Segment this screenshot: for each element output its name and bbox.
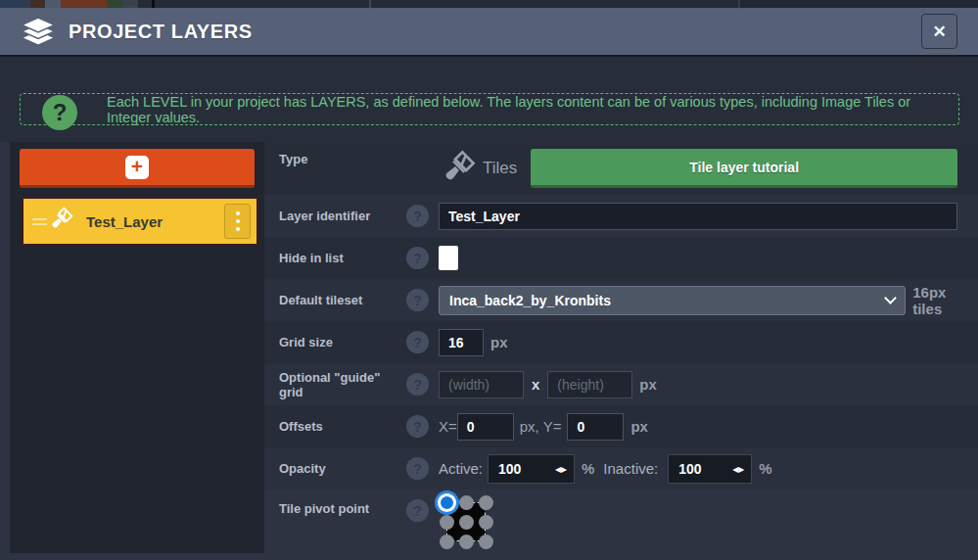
- pivot-point[interactable]: [479, 495, 493, 510]
- offset-x-input[interactable]: [457, 413, 514, 441]
- help-badge-icon[interactable]: ?: [406, 331, 429, 353]
- grid-size-label: Grid size: [279, 335, 406, 350]
- opacity-label: Opacity: [279, 461, 406, 476]
- close-button[interactable]: ✕: [921, 14, 957, 49]
- offsets-unit: px: [630, 418, 648, 435]
- opacity-active-label: Active:: [439, 460, 483, 477]
- guide-height-input[interactable]: [547, 371, 632, 398]
- help-badge-icon[interactable]: ?: [406, 415, 429, 438]
- layer-list-item-selected[interactable]: Test_Layer: [22, 197, 258, 246]
- pivot-label: Tile pivot point: [279, 494, 406, 516]
- type-label: Type: [279, 149, 439, 166]
- help-icon: ?: [42, 95, 77, 130]
- grid-size-unit: px: [490, 334, 508, 350]
- info-banner: ? Each LEVEL in your project has LAYERS,…: [20, 93, 959, 125]
- pivot-point[interactable]: [440, 515, 454, 530]
- row-opacity: Opacity ? Active: 100 ◂▸ % Inactive: 100…: [264, 447, 978, 490]
- window-header: PROJECT LAYERS ✕: [0, 8, 978, 57]
- row-hide-in-list: Hide in list ?: [264, 237, 978, 279]
- guide-grid-unit: px: [639, 376, 657, 393]
- help-badge-icon[interactable]: ?: [406, 499, 429, 522]
- help-badge-icon[interactable]: ?: [406, 247, 429, 269]
- opacity-inactive-unit: %: [759, 460, 771, 477]
- stepper-arrows-icon[interactable]: ◂▸: [732, 462, 744, 476]
- row-type: Type Tiles Tile layer tutorial: [264, 142, 978, 195]
- offset-y-input[interactable]: [567, 413, 624, 441]
- layer-context-menu-button[interactable]: [224, 204, 251, 239]
- guide-width-input[interactable]: [439, 371, 524, 398]
- default-tileset-select[interactable]: Inca_back2_by_Kronbits: [439, 286, 906, 315]
- tileset-label: Default tileset: [279, 293, 406, 307]
- plus-icon: +: [125, 156, 149, 179]
- help-badge-icon[interactable]: ?: [406, 289, 429, 311]
- pivot-point[interactable]: [459, 515, 474, 530]
- hide-label: Hide in list: [279, 251, 406, 265]
- row-grid-size: Grid size ? px: [264, 321, 978, 363]
- identifier-label: Layer identifier: [279, 209, 406, 223]
- page-title: PROJECT LAYERS: [69, 21, 921, 43]
- tileset-size-text: 16px tiles: [912, 284, 978, 317]
- layer-item-label: Test_Layer: [86, 213, 224, 230]
- type-value: Tiles: [439, 149, 517, 188]
- opacity-active-unit: %: [582, 460, 594, 477]
- help-badge-icon[interactable]: ?: [406, 457, 429, 480]
- guide-grid-label: Optional "guide" grid: [279, 370, 406, 399]
- help-badge-icon[interactable]: ?: [406, 373, 429, 396]
- pivot-point[interactable]: [459, 535, 474, 549]
- pivot-point-selected[interactable]: [438, 493, 456, 512]
- row-offsets: Offsets ? X= px, Y= px: [264, 405, 978, 447]
- offset-mid-text: px, Y=: [520, 418, 562, 435]
- layer-identifier-input[interactable]: [439, 203, 957, 230]
- pivot-point[interactable]: [479, 535, 493, 549]
- tileset-selected-value: Inca_back2_by_Kronbits: [449, 293, 886, 308]
- opacity-active-value: 100: [498, 461, 555, 477]
- background-app-strip: [0, 0, 978, 8]
- opacity-inactive-value: 100: [678, 461, 732, 477]
- tile-pivot-widget: [439, 494, 501, 555]
- offsets-label: Offsets: [279, 419, 406, 434]
- main-area: + Test_Layer Type: [0, 142, 978, 560]
- row-default-tileset: Default tileset ? Inca_back2_by_Kronbits…: [264, 279, 978, 321]
- pivot-point[interactable]: [479, 515, 493, 530]
- layers-icon: [22, 18, 55, 46]
- pivot-point[interactable]: [459, 495, 474, 510]
- guide-separator: x: [532, 376, 539, 393]
- info-banner-text: Each LEVEL in your project has LAYERS, a…: [107, 94, 958, 125]
- tiles-brush-icon: [47, 207, 73, 237]
- opacity-inactive-label: Inactive:: [603, 460, 658, 477]
- stepper-arrows-icon[interactable]: ◂▸: [555, 462, 567, 476]
- row-identifier: Layer identifier ?: [264, 195, 978, 237]
- chevron-down-icon: [884, 292, 897, 304]
- offset-x-prefix: X=: [439, 418, 457, 435]
- layer-settings-form: Type Tiles Tile layer tutorial Layer ide…: [264, 142, 978, 556]
- row-guide-grid: Optional "guide" grid ? x px: [264, 363, 978, 405]
- type-kind-text: Tiles: [483, 159, 517, 178]
- opacity-active-stepper[interactable]: 100 ◂▸: [488, 454, 575, 484]
- opacity-inactive-stepper[interactable]: 100 ◂▸: [668, 454, 752, 484]
- tile-layer-tutorial-button[interactable]: Tile layer tutorial: [531, 149, 957, 188]
- layer-list-panel: + Test_Layer: [10, 142, 264, 553]
- pivot-point[interactable]: [440, 535, 454, 549]
- help-badge-icon[interactable]: ?: [406, 205, 429, 227]
- tiles-brush-icon: [439, 150, 476, 187]
- add-layer-button[interactable]: +: [20, 149, 255, 188]
- hide-in-list-checkbox[interactable]: [439, 246, 458, 270]
- grid-size-input[interactable]: [439, 329, 484, 356]
- row-tile-pivot: Tile pivot point ?: [264, 490, 978, 556]
- drag-handle-icon[interactable]: [32, 215, 47, 228]
